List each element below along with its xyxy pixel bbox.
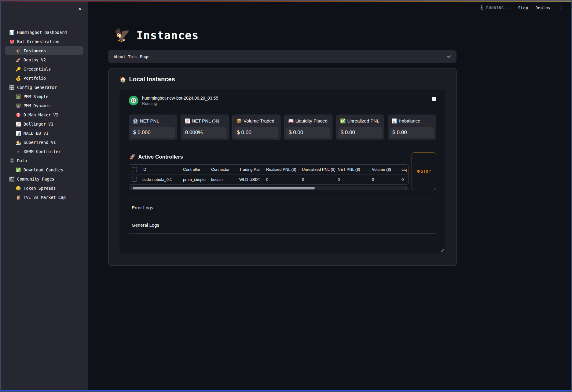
metric-icon: 📊 [392, 118, 398, 123]
sidebar-item-macd-bb-v1[interactable]: 📊 MACD BB V1 [5, 129, 83, 137]
top-decoration-stripe [1, 1, 571, 2]
metric-value: $ 0.00 [286, 127, 330, 138]
sidebar-item-bollinger-v1[interactable]: 📈 Bollinger V1 [5, 119, 83, 128]
sidebar-item-pmm-dynamic[interactable]: 👩‍🏫 PMM Dynamic [5, 101, 83, 110]
sidebar-item-tvl-vs-market-cap[interactable]: 🦉 TVL vs Market Cap [5, 193, 83, 202]
about-this-page-expander[interactable]: About This Page [108, 50, 457, 63]
run-status: RUNNING... [479, 5, 511, 11]
general-logs-expander[interactable]: General Logs [129, 216, 436, 234]
scrollbar-thumb[interactable] [133, 187, 315, 189]
sidebar-item-hummingbot-dashboard[interactable]: 📊 Hummingbot Dashboard [5, 28, 83, 37]
nav-item-icon: ⚡ [15, 149, 22, 154]
page-title-row: 🦅 Instances [108, 29, 457, 42]
sidebar-item-supertrend-v1[interactable]: 👨‍🔬 SuperTrend V1 [5, 138, 83, 147]
table-cell: pmm_simple [181, 177, 209, 182]
sidebar-item-bot-orchestration[interactable]: 🐙 Bot Orchestration [5, 37, 83, 46]
table-cell: code-nebula_0.1 [140, 177, 181, 182]
nav-item-label: Community Pages [17, 177, 54, 181]
stop-controller-button[interactable]: ⊕ STOP [412, 152, 436, 190]
column-header-id: ID [140, 167, 181, 172]
nav-item-label: Credentials [24, 67, 51, 71]
select-all-cell [129, 167, 140, 172]
sidebar-item-config-generator[interactable]: 🎛️ Config Generator [5, 83, 83, 92]
nav-item-icon: 👩‍🏫 [15, 103, 22, 108]
sidebar-item-xemm-controller[interactable]: ⚡ XEMM Controller [5, 147, 83, 156]
nav-item-icon: 🎯 [15, 112, 22, 117]
column-header-liq: Liq [399, 167, 409, 172]
metric-label: 🏦NET PNL [129, 115, 177, 124]
scroll-right-icon[interactable]: ► [405, 187, 408, 189]
nav-item-icon: 💰 [15, 76, 22, 81]
sidebar: ✕ 📊 Hummingbot Dashboard 🐙 Bot Orchestra… [1, 1, 88, 391]
nav-item-icon: 🚀 [15, 57, 22, 62]
nav-item-icon: 📊 [15, 131, 22, 136]
sidebar-item-data[interactable]: 🗄️ Data [5, 156, 83, 165]
table-cell: 0 [299, 177, 335, 182]
column-header-volume: Volume ($) [369, 167, 399, 172]
row-checkbox[interactable] [132, 177, 137, 182]
metric-icon: 📖 [288, 118, 294, 123]
logs-section: Error Logs General Logs [129, 199, 436, 234]
metric-net-pnl: 🏦NET PNL $ 0.000 [129, 115, 177, 140]
rocket-icon: 🚀 [129, 154, 136, 160]
nav-item-label: Portfolio [24, 76, 46, 81]
controllers-table-area: 🚀 Active Controllers IDControllerConnect… [129, 152, 409, 190]
nav-item-icon: 📊 [9, 30, 15, 35]
controllers-table-viewport: IDControllerConnectorTrading PairRealize… [129, 164, 409, 185]
eagle-icon: 🦅 [114, 29, 130, 42]
sidebar-item-d-man-maker-v2[interactable]: 🎯 D-Man Maker V2 [5, 110, 83, 119]
sidebar-item-credentials[interactable]: 🔑 Credentials [5, 64, 83, 73]
column-header-trading-pair: Trading Pair [237, 167, 264, 172]
metric-label: 📊Imbalance [388, 115, 436, 124]
row-select-cell [129, 177, 140, 182]
column-header-controller: Controller [181, 167, 209, 172]
sidebar-close-icon[interactable]: ✕ [76, 5, 84, 13]
app-window: ✕ 📊 Hummingbot Dashboard 🐙 Bot Orchestra… [0, 0, 572, 392]
select-all-checkbox[interactable] [132, 167, 137, 172]
sidebar-item-portfolio[interactable]: 💰 Portfolio [5, 74, 83, 82]
nav-item-icon: 👨‍🔬 [15, 140, 22, 145]
nav-item-label: Data [17, 158, 27, 163]
metric-value: $ 0.00 [338, 127, 382, 138]
nav-item-icon: 🗄️ [9, 158, 15, 163]
sidebar-item-pmm-simple[interactable]: 👨‍🏫 PMM Simple [5, 92, 83, 101]
stop-button[interactable]: Stop [518, 5, 529, 11]
run-status-text: RUNNING... [486, 6, 511, 10]
nav-item-label: PMM Simple [24, 94, 48, 99]
instance-avatar [129, 96, 138, 107]
scroll-left-icon[interactable]: ◄ [130, 187, 133, 189]
nav-item-icon: 🧐 [15, 186, 22, 191]
horizontal-scrollbar[interactable]: ◄ ► [129, 186, 409, 190]
error-logs-expander[interactable]: Error Logs [129, 199, 436, 216]
metric-value: $ 0.00 [234, 127, 278, 138]
about-expander-label: About This Page [114, 54, 149, 59]
nav-item-label: PMM Dynamic [24, 103, 51, 108]
nav-item-icon: 🦅 [15, 48, 22, 53]
metric-icon: ✅ [340, 118, 346, 123]
metric-icon: 📈 [185, 118, 190, 123]
local-instances-heading: 🏠 Local Instances [119, 76, 445, 83]
column-header-unrealized-pnl: Unrealized PNL ($) [299, 167, 335, 172]
metric-volume-traded: 📦Volume Traded $ 0.00 [232, 115, 280, 140]
stop-instance-icon[interactable] [432, 97, 436, 101]
sidebar-item-instances[interactable]: 🦅 Instances [5, 46, 83, 55]
kebab-menu-icon[interactable]: ⋮ [557, 5, 565, 11]
sidebar-item-token-spreads[interactable]: 🧐 Token Spreads [5, 184, 83, 192]
sidebar-item-deploy-v2[interactable]: 🚀 Deploy V2 [5, 55, 83, 64]
page-content: 🦅 Instances About This Page 🏠 Local Inst… [108, 29, 457, 266]
nav-item-icon: 📈 [15, 122, 22, 126]
nav-item-label: Token Spreads [24, 186, 56, 191]
metric-icon: 🏦 [133, 118, 138, 123]
scrollbar-track[interactable] [133, 187, 405, 189]
resize-handle[interactable] [440, 248, 444, 252]
nav-item-label: Config Generator [17, 85, 57, 90]
sidebar-item-download-candles[interactable]: ✅ Download Candles [5, 165, 83, 174]
nav-item-icon: ✅ [15, 167, 22, 172]
column-header-net-pnl: NET PNL ($) [335, 167, 369, 172]
app-header: RUNNING... Stop Deploy ⋮ [88, 1, 571, 15]
table-cell: 0 [369, 177, 399, 182]
sidebar-item-community-pages[interactable]: 👨‍👩‍👧‍👦 Community Pages [5, 174, 83, 183]
deploy-button[interactable]: Deploy [535, 5, 551, 11]
metric-unrealized-pnl: ✅Unrealized PNL $ 0.00 [336, 115, 384, 140]
active-controllers-heading: 🚀 Active Controllers [129, 154, 409, 160]
